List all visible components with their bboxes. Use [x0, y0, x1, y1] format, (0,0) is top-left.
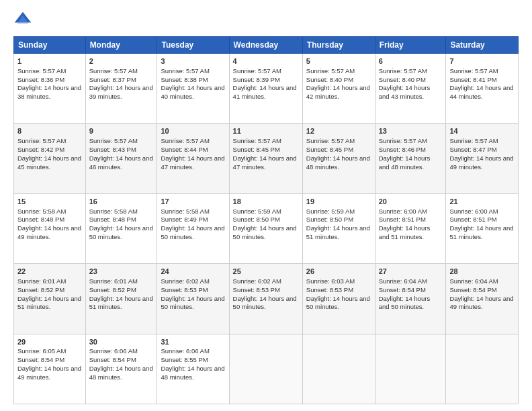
day-number: 8 [17, 126, 82, 136]
day-number: 5 [306, 56, 371, 66]
day-number: 9 [89, 126, 154, 136]
calendar-cell: 16Sunrise: 5:58 AMSunset: 8:48 PMDayligh… [85, 193, 157, 263]
calendar-cell: 3Sunrise: 5:57 AMSunset: 8:38 PMDaylight… [157, 54, 229, 124]
day-number: 12 [306, 126, 371, 136]
calendar-cell: 17Sunrise: 5:58 AMSunset: 8:49 PMDayligh… [157, 193, 229, 263]
weekday-header-monday: Monday [85, 37, 157, 54]
calendar-cell: 4Sunrise: 5:57 AMSunset: 8:39 PMDaylight… [229, 54, 302, 124]
day-number: 26 [306, 267, 371, 277]
weekday-header-sunday: Sunday [14, 37, 86, 54]
calendar-cell [302, 334, 375, 404]
day-number: 1 [17, 56, 82, 66]
calendar-cell: 28Sunrise: 6:04 AMSunset: 8:54 PMDayligh… [446, 264, 519, 334]
calendar-week-row: 15Sunrise: 5:58 AMSunset: 8:48 PMDayligh… [14, 193, 519, 263]
logo [13, 11, 35, 30]
day-number: 3 [161, 56, 225, 66]
calendar-cell: 5Sunrise: 5:57 AMSunset: 8:40 PMDaylight… [302, 54, 375, 124]
day-info: Sunrise: 6:01 AMSunset: 8:52 PMDaylight:… [17, 277, 82, 312]
day-number: 24 [161, 267, 225, 277]
day-info: Sunrise: 5:57 AMSunset: 8:37 PMDaylight:… [89, 67, 154, 101]
day-info: Sunrise: 6:06 AMSunset: 8:54 PMDaylight:… [89, 347, 154, 381]
day-number: 30 [89, 337, 154, 347]
weekday-header-thursday: Thursday [302, 37, 375, 54]
day-number: 19 [306, 197, 371, 207]
day-number: 15 [17, 197, 82, 207]
weekday-header-saturday: Saturday [446, 37, 519, 54]
day-info: Sunrise: 5:57 AMSunset: 8:40 PMDaylight:… [306, 67, 371, 101]
day-info: Sunrise: 5:57 AMSunset: 8:39 PMDaylight:… [233, 67, 299, 101]
calendar-cell: 18Sunrise: 5:59 AMSunset: 8:50 PMDayligh… [229, 193, 302, 263]
day-number: 17 [161, 197, 225, 207]
day-number: 4 [233, 56, 299, 66]
day-info: Sunrise: 6:04 AMSunset: 8:54 PMDaylight:… [379, 277, 443, 312]
calendar-week-row: 1Sunrise: 5:57 AMSunset: 8:36 PMDaylight… [14, 54, 519, 124]
calendar-cell: 1Sunrise: 5:57 AMSunset: 8:36 PMDaylight… [14, 54, 86, 124]
day-info: Sunrise: 6:01 AMSunset: 8:52 PMDaylight:… [89, 277, 154, 312]
header [13, 11, 519, 30]
day-info: Sunrise: 6:06 AMSunset: 8:55 PMDaylight:… [161, 347, 225, 381]
day-info: Sunrise: 5:57 AMSunset: 8:46 PMDaylight:… [379, 137, 443, 171]
calendar-cell: 19Sunrise: 5:59 AMSunset: 8:50 PMDayligh… [302, 193, 375, 263]
day-info: Sunrise: 6:02 AMSunset: 8:53 PMDaylight:… [161, 277, 225, 312]
calendar-cell: 12Sunrise: 5:57 AMSunset: 8:45 PMDayligh… [302, 124, 375, 193]
calendar-cell: 2Sunrise: 5:57 AMSunset: 8:37 PMDaylight… [85, 54, 157, 124]
calendar-cell: 23Sunrise: 6:01 AMSunset: 8:52 PMDayligh… [85, 264, 157, 334]
day-number: 23 [89, 267, 154, 277]
day-info: Sunrise: 6:02 AMSunset: 8:53 PMDaylight:… [233, 277, 299, 312]
calendar-cell: 15Sunrise: 5:58 AMSunset: 8:48 PMDayligh… [14, 193, 86, 263]
calendar-cell: 14Sunrise: 5:57 AMSunset: 8:47 PMDayligh… [446, 124, 519, 193]
day-number: 21 [449, 197, 515, 207]
day-info: Sunrise: 5:57 AMSunset: 8:40 PMDaylight:… [379, 67, 443, 101]
calendar-week-row: 29Sunrise: 6:05 AMSunset: 8:54 PMDayligh… [14, 334, 519, 404]
day-info: Sunrise: 5:58 AMSunset: 8:48 PMDaylight:… [17, 208, 82, 242]
calendar-cell: 25Sunrise: 6:02 AMSunset: 8:53 PMDayligh… [229, 264, 302, 334]
calendar-cell: 20Sunrise: 6:00 AMSunset: 8:51 PMDayligh… [375, 193, 446, 263]
day-number: 27 [379, 267, 443, 277]
weekday-header-wednesday: Wednesday [229, 37, 302, 54]
weekday-header-row: SundayMondayTuesdayWednesdayThursdayFrid… [14, 37, 519, 54]
day-number: 20 [379, 197, 443, 207]
page: SundayMondayTuesdayWednesdayThursdayFrid… [0, 0, 532, 411]
calendar-cell: 21Sunrise: 6:00 AMSunset: 8:51 PMDayligh… [446, 193, 519, 263]
calendar-cell: 8Sunrise: 5:57 AMSunset: 8:42 PMDaylight… [14, 124, 86, 193]
weekday-header-friday: Friday [375, 37, 446, 54]
calendar-cell: 26Sunrise: 6:03 AMSunset: 8:53 PMDayligh… [302, 264, 375, 334]
day-info: Sunrise: 5:59 AMSunset: 8:50 PMDaylight:… [233, 208, 299, 242]
calendar-cell [229, 334, 302, 404]
day-info: Sunrise: 6:00 AMSunset: 8:51 PMDaylight:… [379, 208, 443, 242]
calendar-cell [446, 334, 519, 404]
day-info: Sunrise: 5:57 AMSunset: 8:38 PMDaylight:… [161, 67, 225, 101]
day-info: Sunrise: 5:57 AMSunset: 8:36 PMDaylight:… [17, 67, 82, 101]
day-number: 2 [89, 56, 154, 66]
day-info: Sunrise: 5:57 AMSunset: 8:45 PMDaylight:… [233, 137, 299, 171]
day-info: Sunrise: 5:57 AMSunset: 8:47 PMDaylight:… [449, 137, 515, 171]
day-info: Sunrise: 5:57 AMSunset: 8:44 PMDaylight:… [161, 137, 225, 171]
weekday-header-tuesday: Tuesday [157, 37, 229, 54]
day-number: 28 [449, 267, 515, 277]
calendar-cell: 24Sunrise: 6:02 AMSunset: 8:53 PMDayligh… [157, 264, 229, 334]
day-info: Sunrise: 5:57 AMSunset: 8:42 PMDaylight:… [17, 137, 82, 171]
calendar-cell: 6Sunrise: 5:57 AMSunset: 8:40 PMDaylight… [375, 54, 446, 124]
day-info: Sunrise: 6:05 AMSunset: 8:54 PMDaylight:… [17, 347, 82, 381]
day-number: 31 [161, 337, 225, 347]
calendar-week-row: 8Sunrise: 5:57 AMSunset: 8:42 PMDaylight… [14, 124, 519, 193]
calendar-cell: 27Sunrise: 6:04 AMSunset: 8:54 PMDayligh… [375, 264, 446, 334]
day-number: 10 [161, 126, 225, 136]
calendar-week-row: 22Sunrise: 6:01 AMSunset: 8:52 PMDayligh… [14, 264, 519, 334]
day-info: Sunrise: 5:57 AMSunset: 8:41 PMDaylight:… [449, 67, 515, 101]
calendar-cell: 13Sunrise: 5:57 AMSunset: 8:46 PMDayligh… [375, 124, 446, 193]
calendar-cell: 31Sunrise: 6:06 AMSunset: 8:55 PMDayligh… [157, 334, 229, 404]
day-number: 25 [233, 267, 299, 277]
day-number: 13 [379, 126, 443, 136]
day-number: 29 [17, 337, 82, 347]
day-info: Sunrise: 6:04 AMSunset: 8:54 PMDaylight:… [449, 277, 515, 312]
calendar-cell: 7Sunrise: 5:57 AMSunset: 8:41 PMDaylight… [446, 54, 519, 124]
day-number: 16 [89, 197, 154, 207]
day-number: 6 [379, 56, 443, 66]
day-number: 22 [17, 267, 82, 277]
calendar-table: SundayMondayTuesdayWednesdayThursdayFrid… [13, 36, 519, 404]
calendar-cell: 11Sunrise: 5:57 AMSunset: 8:45 PMDayligh… [229, 124, 302, 193]
day-number: 7 [449, 56, 515, 66]
calendar-cell: 9Sunrise: 5:57 AMSunset: 8:43 PMDaylight… [85, 124, 157, 193]
logo-icon [13, 11, 32, 30]
